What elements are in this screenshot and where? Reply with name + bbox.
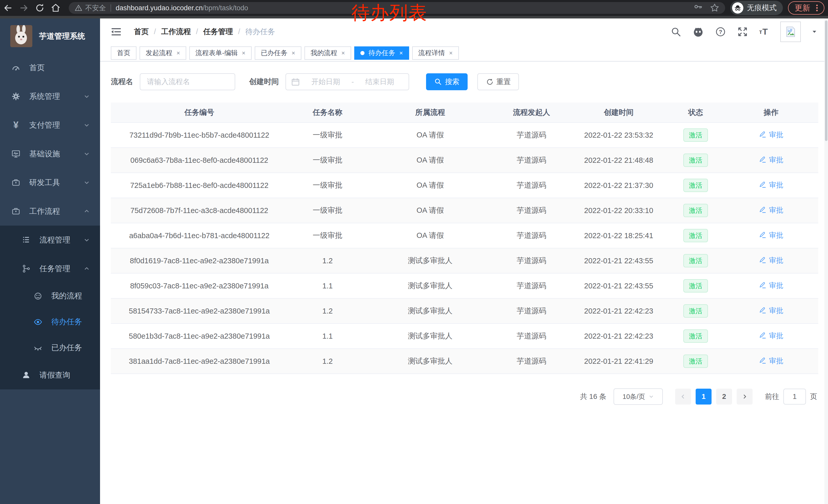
- browser-forward-button[interactable]: [16, 0, 32, 16]
- approve-link[interactable]: 审批: [759, 256, 783, 265]
- sidebar-item-done-tasks[interactable]: 已办任务: [0, 335, 100, 361]
- approve-link[interactable]: 审批: [759, 230, 783, 240]
- chevron-left-icon: [680, 394, 686, 400]
- approve-link[interactable]: 审批: [759, 306, 783, 316]
- approve-link[interactable]: 审批: [759, 130, 783, 140]
- total-count-label: 共 16 条: [580, 392, 606, 402]
- breadcrumb: 首页 / 工作流程 / 任务管理 / 待办任务: [134, 27, 275, 37]
- sidebar-item-task-management[interactable]: 任务管理: [0, 254, 100, 283]
- tab-process-detail[interactable]: 流程详情×: [412, 46, 459, 60]
- action-cell: 审批: [724, 198, 818, 223]
- process-cell: OA 请假: [367, 198, 493, 223]
- goto-page-input[interactable]: [783, 388, 806, 405]
- search-icon[interactable]: [670, 26, 681, 37]
- github-icon[interactable]: [692, 26, 704, 38]
- sidebar-item-my-process[interactable]: 我的流程: [0, 283, 100, 309]
- start-date-placeholder: 开始日期: [302, 77, 349, 87]
- sidebar-item-process-management[interactable]: 流程管理: [0, 226, 100, 254]
- action-cell: 审批: [724, 299, 818, 324]
- browser-home-button[interactable]: [48, 0, 64, 16]
- created-cell: 2022-01-22 18:25:41: [570, 223, 667, 248]
- date-range-picker[interactable]: 开始日期 - 结束日期: [286, 73, 409, 90]
- breadcrumb-workflow[interactable]: 工作流程: [161, 27, 191, 37]
- starter-cell: 芋道源码: [493, 299, 570, 324]
- name-cell: 1.2: [288, 349, 367, 374]
- scrollbar-track[interactable]: [824, 18, 828, 504]
- refresh-icon: [486, 78, 493, 86]
- tab-todo-tasks[interactable]: 待办任务×: [354, 46, 409, 60]
- id-cell: 8f059c03-7ac8-11ec-a9e2-a2380e71991a: [111, 273, 288, 299]
- reset-button[interactable]: 重置: [478, 73, 519, 90]
- approve-link[interactable]: 审批: [759, 155, 783, 165]
- update-button[interactable]: 更新: [788, 1, 824, 15]
- name-cell: 一级审批: [288, 198, 367, 223]
- sidebar-item-home[interactable]: 首页: [0, 53, 100, 82]
- approve-link[interactable]: 审批: [759, 331, 783, 341]
- column-header-action: 操作: [724, 102, 818, 123]
- tab-close-icon[interactable]: ×: [176, 50, 180, 56]
- table-row: 580e1b3d-7ac8-11ec-a9e2-a2380e71991a1.1测…: [111, 324, 818, 349]
- sidebar-collapse-icon[interactable]: [111, 27, 122, 37]
- edit-pen-icon: [759, 156, 767, 164]
- breadcrumb-task-management[interactable]: 任务管理: [203, 27, 233, 37]
- browser-reload-button[interactable]: [32, 0, 48, 16]
- next-page-button[interactable]: [737, 388, 753, 405]
- name-cell: 一级审批: [288, 223, 367, 248]
- scrollbar-thumb[interactable]: [825, 20, 827, 141]
- starter-cell: 芋道源码: [493, 324, 570, 349]
- prev-page-button[interactable]: [675, 388, 691, 405]
- name-cell: 1.1: [288, 324, 367, 349]
- process-cell: 测试多审批人: [367, 299, 493, 324]
- tab-done-tasks[interactable]: 已办任务×: [255, 46, 301, 60]
- bookmark-star-icon[interactable]: [710, 3, 719, 13]
- header-actions: ? тT: [670, 21, 817, 42]
- tab-close-icon[interactable]: ×: [341, 50, 345, 56]
- page-size-select[interactable]: 10条/页: [614, 388, 663, 405]
- tab-close-icon[interactable]: ×: [292, 50, 295, 56]
- tab-home[interactable]: 首页: [111, 46, 136, 60]
- created-cell: 2022-01-21 22:42:23: [570, 324, 667, 349]
- created-cell: 2022-01-21 22:43:55: [570, 273, 667, 299]
- sidebar-item-workflow[interactable]: 工作流程: [0, 197, 100, 226]
- process-name-input[interactable]: [140, 73, 235, 90]
- sidebar-item-dev-tools[interactable]: 研发工具: [0, 168, 100, 197]
- password-key-icon[interactable]: [693, 3, 703, 13]
- approve-link[interactable]: 审批: [759, 205, 783, 215]
- workflow-submenu: 流程管理 任务管理 我的流程 待办任务 已办: [0, 226, 100, 390]
- sidebar-item-leave-query[interactable]: 请假查询: [0, 361, 100, 390]
- status-cell: 激活: [667, 248, 724, 273]
- browser-back-button[interactable]: [0, 0, 16, 16]
- name-cell: 1.2: [288, 299, 367, 324]
- status-cell: 激活: [667, 173, 724, 198]
- app-header: 首页 / 工作流程 / 任务管理 / 待办任务 ?: [100, 18, 828, 45]
- sidebar-item-system[interactable]: 系统管理: [0, 82, 100, 111]
- tab-close-icon[interactable]: ×: [449, 50, 453, 56]
- fullscreen-icon[interactable]: [737, 26, 748, 37]
- page-button-2[interactable]: 2: [716, 388, 732, 405]
- created-cell: 2022-01-21 22:41:29: [570, 349, 667, 374]
- sidebar-item-todo-tasks[interactable]: 待办任务: [0, 309, 100, 335]
- tab-my-process[interactable]: 我的流程×: [304, 46, 351, 60]
- tab-close-icon[interactable]: ×: [399, 50, 403, 56]
- search-button[interactable]: 搜索: [426, 73, 468, 90]
- avatar-caret-icon[interactable]: [812, 29, 817, 35]
- approve-link[interactable]: 审批: [759, 356, 783, 366]
- font-size-icon[interactable]: тT: [759, 27, 768, 37]
- approve-link[interactable]: 审批: [759, 180, 783, 190]
- process-cell: 测试多审批人: [367, 273, 493, 299]
- action-cell: 审批: [724, 349, 818, 374]
- tab-process-form-edit[interactable]: 流程表单-编辑×: [189, 46, 252, 60]
- help-icon[interactable]: ?: [715, 26, 726, 37]
- app-logo-row[interactable]: 芋道管理系统: [0, 18, 100, 49]
- page-button-1[interactable]: 1: [696, 388, 711, 405]
- site-security-info[interactable]: 不安全: [74, 3, 106, 12]
- breadcrumb-home[interactable]: 首页: [134, 27, 149, 37]
- sidebar-item-payment[interactable]: ¥ 支付管理: [0, 111, 100, 139]
- sidebar-item-infrastructure[interactable]: 基础设施: [0, 139, 100, 168]
- address-bar[interactable]: 不安全 dashboard.yudao.iocoder.cn/bpm/task/…: [69, 2, 725, 14]
- tab-start-process[interactable]: 发起流程×: [139, 46, 186, 60]
- avatar[interactable]: [780, 21, 801, 42]
- approve-link[interactable]: 审批: [759, 281, 783, 290]
- tab-close-icon[interactable]: ×: [242, 50, 245, 56]
- browser-menu-icon[interactable]: [813, 4, 821, 12]
